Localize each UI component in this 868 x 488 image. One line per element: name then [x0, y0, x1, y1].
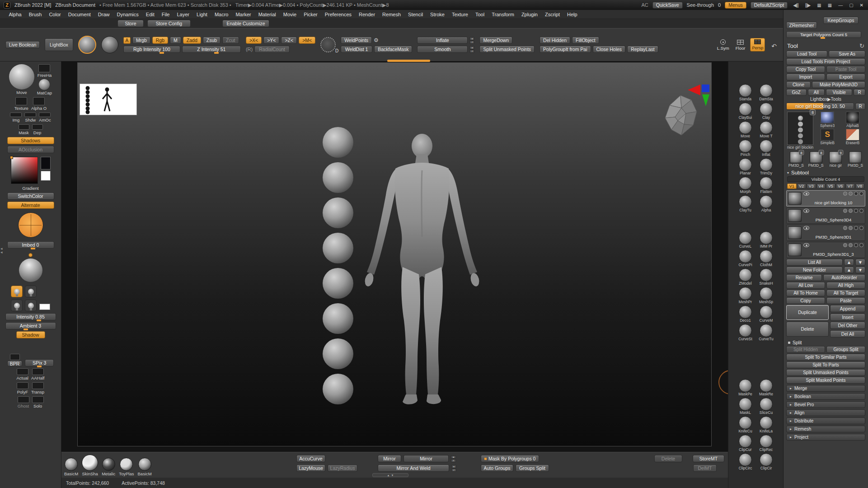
recent-tool-slot[interactable]: 9 nice gir: [827, 151, 845, 168]
autoreorder-button[interactable]: AutoReorder: [823, 274, 865, 281]
canvas-resize-handle[interactable]: [387, 60, 430, 62]
canvas-viewport[interactable]: [61, 61, 728, 452]
slider-step-icon[interactable]: ▴: [451, 455, 456, 459]
folder-move-down-button[interactable]: ▼: [855, 267, 865, 273]
polypaint-icon[interactable]: [843, 243, 847, 247]
menu-item[interactable]: Marker: [232, 11, 254, 18]
shrink-ui-left-icon[interactable]: ◀|||: [792, 3, 799, 8]
brush-slot[interactable]: Clay: [760, 103, 773, 120]
lazymouse-button[interactable]: LazyMouse: [296, 465, 325, 472]
brush-slot[interactable]: ClayTu: [739, 195, 752, 212]
menu-item[interactable]: Layer: [174, 11, 193, 18]
normal-map-icon[interactable]: [859, 192, 863, 196]
recent-tool-slot[interactable]: 8 PM3D_S: [787, 151, 805, 168]
menu-item[interactable]: Picker: [300, 11, 321, 18]
import-button[interactable]: Import: [786, 74, 825, 80]
texture-slot[interactable]: Texture: [14, 97, 28, 111]
brush-slot[interactable]: Morph: [739, 177, 752, 194]
groups-split-button[interactable]: Groups Split: [826, 346, 865, 353]
menu-item[interactable]: Zplugin: [518, 11, 541, 18]
spix-slider[interactable]: SPix 3: [25, 359, 54, 366]
mask-by-polygroups-button[interactable]: Mask By Polygroups 0: [481, 455, 539, 462]
menu-item[interactable]: Render: [356, 11, 379, 18]
rename-button[interactable]: Rename: [786, 274, 822, 281]
stroke-type-icon[interactable]: [101, 36, 118, 53]
brush-slot[interactable]: KnifeCu: [738, 416, 752, 433]
actual-size-button[interactable]: Actual: [17, 368, 28, 380]
minimize-button[interactable]: —: [837, 3, 844, 8]
zbrush-logo-icon[interactable]: Z: [4, 2, 10, 9]
weld-dist-slider[interactable]: WeldDist 1: [341, 46, 372, 53]
slider-z-icon[interactable]: z: [469, 41, 474, 44]
brush-slot[interactable]: ClothM: [760, 250, 773, 267]
draw-size-indicator[interactable]: D: [320, 37, 336, 52]
subtool-thumbnail[interactable]: [788, 244, 802, 256]
render-shdw-button[interactable]: Shdw: [24, 113, 36, 122]
z-axis-square[interactable]: [702, 84, 709, 92]
insert-button[interactable]: Insert: [830, 314, 865, 321]
menu-item[interactable]: Brush: [25, 11, 45, 18]
mask-channel-button[interactable]: Mask: [19, 124, 29, 135]
mirror-weld-mini-buttons[interactable]: ▴z: [451, 465, 456, 472]
brush-slot[interactable]: MaskRe: [759, 379, 773, 396]
visible-count-slider[interactable]: Visible Count 4: [787, 176, 864, 182]
brush-slot[interactable]: SnakeH: [759, 268, 773, 286]
displacement-icon[interactable]: [854, 192, 858, 196]
tool-palette-header[interactable]: Tool ↻: [784, 42, 868, 50]
target-polygons-slider[interactable]: Target Polygons Count 5: [786, 31, 861, 38]
brush-slot[interactable]: Deco1: [739, 305, 752, 323]
export-button[interactable]: Export: [826, 74, 865, 80]
menu-item[interactable]: Color: [46, 11, 64, 18]
slider-step-icon[interactable]: ▴: [469, 37, 474, 40]
new-folder-button[interactable]: New Folder: [786, 267, 843, 273]
tool-slot-simplebrush[interactable]: SSimpleB: [816, 129, 839, 145]
paste-subtool-button[interactable]: Paste: [826, 297, 865, 304]
duplicate-button[interactable]: Duplicate: [786, 305, 829, 320]
replay-last-button[interactable]: ReplayLast: [627, 46, 658, 53]
all-to-target-button[interactable]: All To Target: [826, 290, 865, 296]
subtool-item[interactable]: nice girl blocking 10: [786, 190, 865, 206]
store-config-button[interactable]: Store Config: [147, 20, 191, 27]
menu-item[interactable]: Stroke: [427, 11, 448, 18]
del-all-button[interactable]: Del All: [830, 330, 865, 338]
uv-map-icon[interactable]: [849, 209, 853, 213]
lazyradius-slider[interactable]: LazyRadius: [328, 465, 357, 472]
zcut-button[interactable]: Zcut: [222, 37, 239, 44]
slider-z-icon[interactable]: z: [451, 459, 456, 462]
brush-slot[interactable]: Planar: [739, 158, 752, 175]
subtool-item[interactable]: PM3D_Sphere3D1_3: [786, 242, 865, 258]
slider-z-icon[interactable]: z: [451, 469, 456, 472]
subtool-item[interactable]: PM3D_Sphere3D4: [786, 207, 865, 224]
visibility-eye-icon[interactable]: [803, 209, 809, 213]
clone-button[interactable]: Clone: [786, 81, 811, 88]
zsub-button[interactable]: Zsub: [203, 37, 221, 44]
brush-slot[interactable]: ClipCirc: [739, 453, 752, 470]
bpr-render-button[interactable]: BPR: [7, 354, 23, 366]
menu-item[interactable]: Remesh: [379, 11, 404, 18]
all-low-button[interactable]: All Low: [786, 282, 825, 289]
rgb-intensity-slider[interactable]: Rgb Intensity 100: [123, 46, 180, 53]
material-slot[interactable]: MatCap: [37, 79, 52, 95]
menu-item[interactable]: Macro: [211, 11, 232, 18]
mirror-mini-buttons[interactable]: ▴z: [451, 455, 456, 462]
secondary-color-swatch[interactable]: [41, 157, 51, 169]
brush-slot[interactable]: Standa: [739, 84, 752, 101]
palette-grid-icon[interactable]: ▦: [826, 3, 833, 8]
copy-subtool-button[interactable]: Copy: [786, 297, 825, 304]
move-subtool-up-button[interactable]: ▲: [844, 259, 854, 266]
pager-up-icon[interactable]: ▲: [387, 474, 390, 477]
goz-all-button[interactable]: All: [808, 89, 825, 96]
backface-mask-button[interactable]: BackfaceMask: [374, 46, 412, 53]
auto-groups-button[interactable]: Auto Groups: [481, 465, 513, 472]
brush-slot[interactable]: Flatten: [760, 177, 773, 194]
brush-slot[interactable]: CurveTu: [759, 324, 773, 341]
uv-map-icon[interactable]: [849, 226, 853, 230]
brush-slot[interactable]: ClayBui: [739, 103, 752, 120]
del-other-button[interactable]: Del Other: [830, 322, 865, 329]
paste-tool-button[interactable]: Paste Tool: [826, 66, 865, 73]
menu-item[interactable]: Transform: [488, 11, 518, 18]
y-axis-arrow[interactable]: [702, 94, 709, 106]
material-slot[interactable]: Metalic: [102, 458, 115, 476]
perspective-toggle[interactable]: Persp: [750, 38, 765, 52]
all-to-home-button[interactable]: All To Home: [786, 290, 825, 296]
